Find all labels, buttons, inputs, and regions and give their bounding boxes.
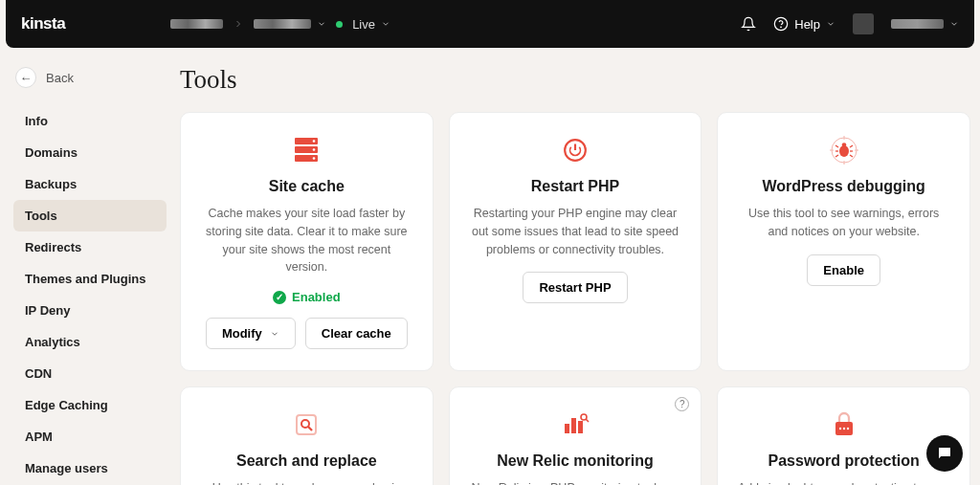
chat-widget[interactable] [926, 435, 963, 472]
sidebar-item-info[interactable]: Info [13, 105, 167, 137]
status-enabled: ✓ Enabled [273, 290, 341, 304]
environment-selector[interactable]: Live [352, 17, 390, 32]
svg-line-22 [850, 155, 853, 157]
breadcrumb-site[interactable] [254, 19, 326, 29]
svg-point-5 [313, 140, 316, 143]
top-right: Help [741, 13, 959, 34]
svg-line-30 [586, 419, 589, 422]
card-title: Site cache [269, 178, 345, 195]
card-description: Use this tool to see warnings, errors an… [737, 205, 950, 241]
sidebar-item-backups[interactable]: Backups [13, 168, 167, 200]
card-title: Restart PHP [531, 178, 619, 195]
breadcrumb-company[interactable] [170, 19, 223, 29]
svg-point-32 [838, 428, 840, 430]
check-icon: ✓ [273, 291, 286, 304]
svg-rect-27 [571, 418, 576, 433]
sidebar-item-apm[interactable]: APM [13, 421, 167, 452]
back-label: Back [46, 71, 74, 85]
card-title: Search and replace [236, 452, 377, 470]
sidebar-item-domains[interactable]: Domains [13, 137, 167, 168]
bug-icon [830, 134, 858, 166]
svg-line-25 [308, 427, 312, 430]
svg-point-0 [775, 17, 788, 30]
environment-label: Live [352, 17, 375, 32]
status-dot-icon [336, 21, 343, 28]
card-description: Add simple .htpasswd protection to your … [737, 479, 950, 485]
modify-label: Modify [222, 326, 262, 341]
svg-point-15 [839, 145, 849, 157]
chart-icon [561, 408, 590, 441]
svg-rect-23 [297, 415, 316, 434]
card-new-relic: ? New Relic monitoring New Relic is a PH… [449, 386, 702, 485]
card-title: New Relic monitoring [497, 452, 654, 470]
svg-rect-26 [565, 424, 569, 433]
card-wp-debug: WordPress debugging Use this tool to see… [717, 112, 970, 371]
restart-php-label: Restart PHP [539, 280, 611, 295]
svg-point-24 [301, 420, 309, 428]
card-password-protection: Password protection Add simple .htpasswd… [717, 386, 970, 485]
avatar[interactable] [853, 13, 874, 34]
sidebar-item-edge-caching[interactable]: Edge Caching [13, 389, 167, 421]
card-restart-php: Restart PHP Restarting your PHP engine m… [449, 112, 702, 371]
svg-point-1 [781, 27, 782, 28]
card-description: New Relic is a PHP monitoring tool you c… [469, 479, 682, 485]
svg-line-18 [850, 145, 853, 147]
svg-rect-28 [578, 421, 583, 433]
breadcrumb-separator [233, 18, 244, 30]
restart-php-button[interactable]: Restart PHP [523, 272, 627, 303]
sidebar: ← Back InfoDomainsBackupsToolsRedirectsT… [0, 48, 176, 485]
sidebar-item-tools[interactable]: Tools [13, 200, 167, 231]
logo: kinsta [21, 14, 65, 33]
sidebar-item-redirects[interactable]: Redirects [13, 231, 167, 263]
breadcrumb: Live [170, 17, 741, 32]
svg-point-16 [841, 143, 846, 147]
lock-icon [831, 408, 858, 441]
account-menu[interactable] [891, 19, 959, 29]
page-title: Tools [176, 65, 970, 95]
server-icon [291, 134, 322, 166]
sidebar-item-themes-and-plugins[interactable]: Themes and Plugins [13, 263, 167, 295]
card-description: Cache makes your site load faster by sto… [200, 205, 413, 276]
svg-point-6 [313, 148, 316, 151]
sidebar-item-cdn[interactable]: CDN [13, 358, 167, 389]
card-title: Password protection [768, 452, 920, 470]
bell-icon[interactable] [741, 16, 756, 32]
top-bar: kinsta Live Help [6, 0, 974, 48]
svg-line-17 [835, 145, 838, 147]
card-title: WordPress debugging [762, 178, 924, 195]
main-content: Tools Site cache Cache makes your site l… [176, 48, 980, 485]
card-search-replace: Search and replace Use this tool to repl… [180, 386, 434, 485]
power-icon [563, 134, 588, 166]
help-menu[interactable]: Help [773, 16, 835, 32]
info-icon[interactable]: ? [675, 397, 689, 411]
modify-button[interactable]: Modify [206, 318, 296, 349]
sidebar-item-manage-users[interactable]: Manage users [13, 452, 167, 484]
card-description: Use this tool to replace any value in yo… [200, 479, 413, 485]
svg-point-7 [313, 157, 316, 160]
search-db-icon [293, 408, 320, 441]
sidebar-item-ip-deny[interactable]: IP Deny [13, 295, 167, 326]
status-label: Enabled [292, 290, 341, 304]
back-arrow-icon: ← [15, 67, 36, 88]
sidebar-item-analytics[interactable]: Analytics [13, 326, 167, 358]
card-description: Restarting your PHP engine may clear out… [469, 205, 682, 258]
svg-point-34 [846, 428, 848, 430]
clear-cache-button[interactable]: Clear cache [305, 318, 408, 349]
back-button[interactable]: ← Back [13, 67, 176, 88]
enable-label: Enable [823, 263, 864, 277]
svg-point-33 [842, 428, 844, 430]
enable-debug-button[interactable]: Enable [807, 254, 880, 286]
clear-cache-label: Clear cache [322, 326, 391, 341]
card-site-cache: Site cache Cache makes your site load fa… [180, 112, 434, 371]
svg-line-21 [835, 155, 838, 157]
help-label: Help [794, 17, 820, 32]
